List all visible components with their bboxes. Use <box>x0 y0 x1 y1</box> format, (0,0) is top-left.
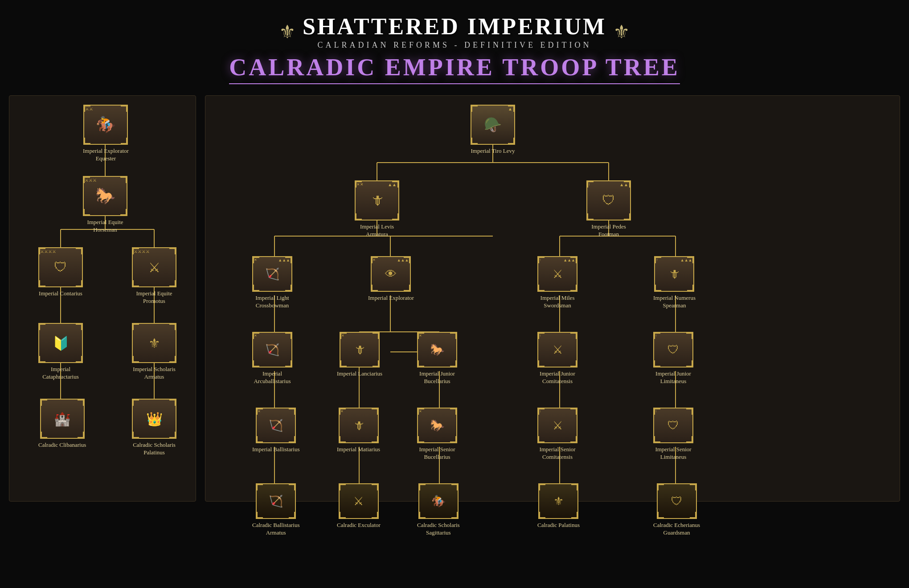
portrait-lanciarius: 🗡 ✕ <box>340 332 380 368</box>
portrait-calradic-echerianus: 🛡 <box>657 483 697 519</box>
portrait-ballistarius: 🏹 ✕ <box>256 408 296 443</box>
right-tree: 🪖 ▲ Imperial Tiro Levy 🗡 ✕✕ ▲▲ Imper <box>214 105 891 492</box>
portrait-calradic-palatinus: ⚜ <box>538 483 578 519</box>
node-calradic-exculator: ⚔ Calradic Exculator <box>337 483 381 529</box>
node-ballistarius: 🏹 ✕ Imperial Ballistarius <box>252 408 300 453</box>
node-miles-swordsman: ⚔ ↑ ▲▲▲ Imperial MilesSwordsman <box>537 256 577 310</box>
portrait-contarius: 🛡 ⚔⚔⚔⚔ <box>38 247 83 287</box>
portrait-levis-armatura: 🗡 ✕✕ ▲▲ <box>355 180 399 220</box>
name-calradic-ballistarius: Calradic BallistariusArmatus <box>252 522 300 537</box>
portrait-junior-limitaneus: 🛡 ↑ <box>653 332 693 368</box>
name-calradic-palatinus: Calradic Palatinus <box>537 522 580 529</box>
node-calradic-ballistarius: 🏹 Calradic BallistariusArmatus <box>252 483 300 537</box>
name-junior-comitatensis: Imperial JuniorComitatensis <box>540 370 575 385</box>
page-header: ⚜ SHATTERED IMPERIUM CALRADIAN REFORMS -… <box>0 0 909 91</box>
node-junior-limitaneus: 🛡 ↑ Imperial JuniorLimitaneus <box>653 332 693 385</box>
name-numerus-spearman: Imperial NumerusSpearman <box>653 294 696 310</box>
node-explorator-equester: 🏇 ⚔⚔ Imperial ExploratorEquester <box>83 105 129 163</box>
node-scholaris-palatinus: 👑 Calradic ScholarisPalatinus <box>132 399 176 457</box>
name-pedes-footman: Imperial PedesFootman <box>591 223 626 238</box>
name-contarius: Imperial Contarius <box>39 290 82 298</box>
name-arcuballistarius: ImperialArcuballistarius <box>254 370 291 385</box>
portrait-explorator-equester: 🏇 ⚔⚔ <box>83 105 128 145</box>
node-clibanarius: 🏰 Calradic Clibanarius <box>38 399 86 449</box>
node-calradic-echerianus: 🛡 Calradic EcherianusGuardsman <box>653 483 700 537</box>
name-scholaris-palatinus: Calradic ScholarisPalatinus <box>133 441 176 457</box>
name-cataphractarius: ImperialCataphractarius <box>42 366 79 381</box>
portrait-senior-bucellarius: 🐎 ✕ <box>417 408 457 443</box>
title-empire: CALRADIC EMPIRE TROOP TREE <box>229 53 680 84</box>
node-equite-promotus: ⚔ ⚔⚔⚔⚔ Imperial EquitePromotus <box>132 247 176 305</box>
portrait-arcuballistarius: 🏹 ✕ <box>252 332 292 368</box>
name-senior-limitaneus: Imperial SeniorLimitaneus <box>655 446 691 461</box>
portrait-junior-bucellarius: 🐎 ✕ <box>417 332 457 368</box>
portrait-calradic-exculator: ⚔ <box>339 483 379 519</box>
main-content: 🏇 ⚔⚔ Imperial ExploratorEquester 🐎 ⚔⚔⚔ I… <box>0 91 909 506</box>
portrait-equite-horseman: 🐎 ⚔⚔⚔ <box>83 176 127 216</box>
name-equite-horseman: Imperial EquiteHorseman <box>87 219 123 234</box>
name-senior-bucellarius: Imperial SeniorBucellarius <box>419 446 455 461</box>
name-equite-promotus: Imperial EquitePromotus <box>136 290 172 305</box>
node-senior-bucellarius: 🐎 ✕ Imperial SeniorBucellarius <box>417 408 457 461</box>
node-junior-comitatensis: ⚔ ↑ Imperial JuniorComitatensis <box>537 332 577 385</box>
portrait-numerus-spearman: 🗡 ↑ ▲▲▲ <box>654 256 694 292</box>
title-sub: CALRADIAN REFORMS - DEFINITIVE EDITION <box>303 41 606 50</box>
portrait-cataphractarius: 🔰 <box>38 323 83 363</box>
node-cataphractarius: 🔰 ImperialCataphractarius <box>38 323 83 381</box>
node-junior-bucellarius: 🐎 ✕ Imperial JuniorBucellarius <box>417 332 457 385</box>
name-calradic-echerianus: Calradic EcherianusGuardsman <box>653 522 700 537</box>
name-calradic-exculator: Calradic Exculator <box>337 522 381 529</box>
portrait-senior-limitaneus: 🛡 ↑ <box>653 408 693 443</box>
node-tiro-levy: 🪖 ▲ Imperial Tiro Levy <box>471 105 515 155</box>
node-scholaris-armatus: ⚜ Imperial ScholarisArmatus <box>132 323 176 381</box>
name-scholaris-armatus: Imperial ScholarisArmatus <box>133 366 176 381</box>
node-light-crossbowman: 🏹 ✕ ▲▲▲ Imperial LightCrossbowman <box>252 256 292 310</box>
name-explorator: Imperial Explorator <box>368 294 414 302</box>
right-panel: 🪖 ▲ Imperial Tiro Levy 🗡 ✕✕ ▲▲ Imper <box>205 95 900 502</box>
portrait-light-crossbowman: 🏹 ✕ ▲▲▲ <box>252 256 292 292</box>
name-lanciarius: Imperial Lanciarius <box>337 370 382 378</box>
portrait-pedes-footman: 🛡 ↑ ▲▲ <box>586 180 631 220</box>
title-main: SHATTERED IMPERIUM <box>303 13 606 40</box>
node-levis-armatura: 🗡 ✕✕ ▲▲ Imperial LevisArmatura <box>355 180 399 238</box>
name-explorator-equester: Imperial ExploratorEquester <box>83 147 129 163</box>
portrait-miles-swordsman: ⚔ ↑ ▲▲▲ <box>537 256 577 292</box>
node-calradic-scholaris-sag: 🏇 Calradic ScholarisSagittarius <box>417 483 460 537</box>
name-miles-swordsman: Imperial MilesSwordsman <box>540 294 575 310</box>
left-panel: 🏇 ⚔⚔ Imperial ExploratorEquester 🐎 ⚔⚔⚔ I… <box>9 95 196 502</box>
node-contarius: 🛡 ⚔⚔⚔⚔ Imperial Contarius <box>38 247 83 298</box>
right-tree-lines <box>214 105 713 532</box>
portrait-scholaris-armatus: ⚜ <box>132 323 176 363</box>
name-ballistarius: Imperial Ballistarius <box>252 446 300 453</box>
name-light-crossbowman: Imperial LightCrossbowman <box>255 294 289 310</box>
node-arcuballistarius: 🏹 ✕ ImperialArcuballistarius <box>252 332 292 385</box>
eagle-right-icon: ⚜ <box>613 21 630 43</box>
node-senior-limitaneus: 🛡 ↑ Imperial SeniorLimitaneus <box>653 408 693 461</box>
portrait-tiro-levy: 🪖 ▲ <box>471 105 515 145</box>
portrait-calradic-scholaris-sag: 🏇 <box>418 483 459 519</box>
node-calradic-palatinus: ⚜ Calradic Palatinus <box>537 483 580 529</box>
portrait-explorator: 👁 ✕ ▲▲▲ <box>371 256 411 292</box>
node-lanciarius: 🗡 ✕ Imperial Lanciarius <box>337 332 382 378</box>
name-junior-limitaneus: Imperial JuniorLimitaneus <box>655 370 691 385</box>
portrait-clibanarius: 🏰 <box>40 399 85 439</box>
node-explorator: 👁 ✕ ▲▲▲ Imperial Explorator <box>368 256 414 302</box>
eagle-left-icon: ⚜ <box>279 21 296 43</box>
name-calradic-scholaris-sag: Calradic ScholarisSagittarius <box>417 522 460 537</box>
left-tree: 🏇 ⚔⚔ Imperial ExploratorEquester 🐎 ⚔⚔⚔ I… <box>18 105 187 492</box>
portrait-matiarius: 🗡 ✕ <box>339 408 379 443</box>
node-pedes-footman: 🛡 ↑ ▲▲ Imperial PedesFootman <box>586 180 631 238</box>
name-junior-bucellarius: Imperial JuniorBucellarius <box>419 370 455 385</box>
node-equite-horseman: 🐎 ⚔⚔⚔ Imperial EquiteHorseman <box>83 176 127 234</box>
name-matiarius: Imperial Matiarius <box>337 446 380 453</box>
portrait-equite-promotus: ⚔ ⚔⚔⚔⚔ <box>132 247 176 287</box>
portrait-scholaris-palatinus: 👑 <box>132 399 176 439</box>
node-senior-comitatensis: ⚔ ↑ Imperial SeniorComitatensis <box>537 408 577 461</box>
name-levis-armatura: Imperial LevisArmatura <box>360 223 394 238</box>
name-senior-comitatensis: Imperial SeniorComitatensis <box>539 446 575 461</box>
portrait-senior-comitatensis: ⚔ ↑ <box>537 408 577 443</box>
portrait-calradic-ballistarius: 🏹 <box>256 483 296 519</box>
name-clibanarius: Calradic Clibanarius <box>38 441 86 449</box>
name-tiro-levy: Imperial Tiro Levy <box>471 147 515 155</box>
node-numerus-spearman: 🗡 ↑ ▲▲▲ Imperial NumerusSpearman <box>653 256 696 310</box>
